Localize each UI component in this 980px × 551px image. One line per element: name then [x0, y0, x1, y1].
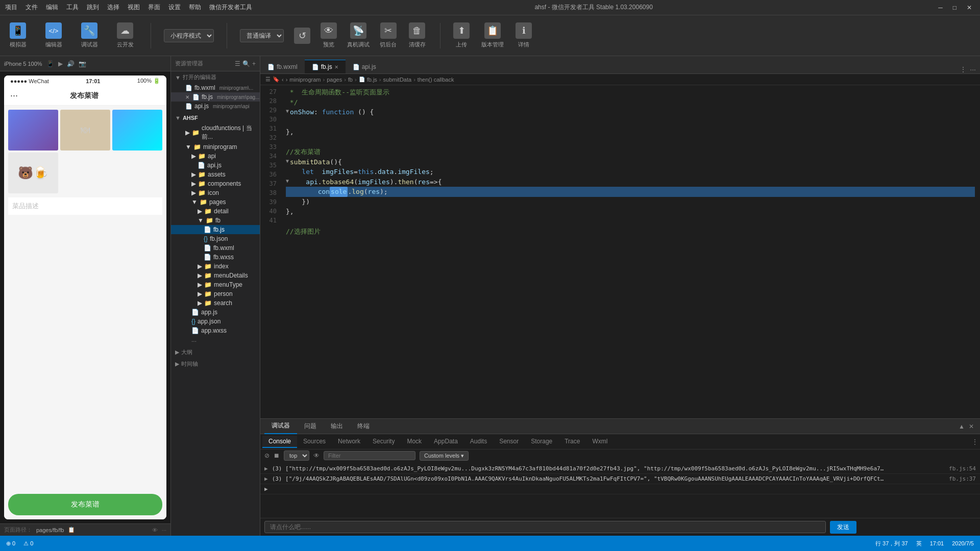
tab-close-fbjs[interactable]: ✕ [334, 64, 338, 70]
editor-tool[interactable]: </> 编辑器 [41, 22, 66, 48]
fold-36[interactable]: ▼ [286, 177, 289, 185]
menu-item[interactable]: 微信开发者工具 [209, 3, 252, 12]
console-tab-security[interactable]: Security [366, 436, 401, 448]
console-tab-trace[interactable]: Trace [558, 436, 586, 448]
file-fbjs-tree[interactable]: 📄 fb.js [171, 225, 260, 234]
preview-tool[interactable]: 👁 预览 [321, 22, 337, 48]
file-apijs-tree[interactable]: 📄 api.js [171, 161, 260, 170]
console-tab-wxml[interactable]: Wxml [586, 436, 614, 448]
simulator-tool[interactable]: 📱 模拟器 [5, 22, 31, 48]
folder-fb[interactable]: ▼ 📁 fb [171, 216, 260, 225]
eye-filter-icon[interactable]: 👁 [313, 452, 320, 459]
file-fbwxml-tree[interactable]: 📄 fb.wxml [171, 243, 260, 253]
menu-item[interactable]: 工具 [66, 3, 79, 12]
folder-miniprogram[interactable]: ▼ 📁 miniprogram [171, 142, 260, 152]
debug-panel-close[interactable]: ✕ [967, 423, 976, 430]
close-x-icon[interactable]: ✕ [185, 94, 189, 100]
no-entry-icon[interactable]: ⊘ [264, 452, 270, 459]
folder-api[interactable]: ▶ 📁 api [171, 152, 260, 161]
folder-person[interactable]: ▶ 📁 person [171, 289, 260, 298]
screenshot-icon[interactable]: 📷 [79, 60, 86, 67]
open-file-apijs[interactable]: 📄 api.js miniprogram\api [171, 102, 260, 111]
version-tool[interactable]: 📋 版本管理 [480, 22, 505, 48]
menu-item[interactable]: 选择 [107, 3, 119, 12]
file-fbjson-tree[interactable]: {} fb.json [171, 234, 260, 243]
file-appjson[interactable]: {} app.json [171, 317, 260, 326]
search-icon[interactable]: 🔍 [242, 60, 250, 67]
project-header[interactable]: ▼ AHSF [171, 113, 260, 123]
code-lines[interactable]: * 生命周期函数--监听页面显示 */ ▼ onShow: function (… [281, 85, 980, 418]
close-btn[interactable]: ✕ [964, 4, 975, 11]
tab-fbwxml[interactable]: 📄 fb.wxml [260, 60, 305, 73]
send-button[interactable]: 发送 [830, 521, 856, 534]
fold-29[interactable]: ▼ [286, 107, 289, 115]
more-editor-icon[interactable]: ··· [970, 65, 976, 73]
console-file-1[interactable]: fb.js:54 [949, 465, 976, 472]
context-select[interactable]: top [284, 450, 309, 461]
outline-header[interactable]: ▶ 大纲 [171, 346, 260, 358]
folder-icon[interactable]: ▶ 📁 icon [171, 188, 260, 197]
cut-tool[interactable]: ✂ 切后台 [380, 22, 397, 48]
mode-select-input[interactable]: 小程序模式 [164, 29, 214, 42]
folder-components[interactable]: ▶ 📁 components [171, 179, 260, 188]
minimize-btn[interactable]: ─ [935, 4, 946, 11]
timeline-header[interactable]: ▶ 时间轴 [171, 358, 260, 370]
nav-forward-icon[interactable]: › [286, 77, 288, 83]
folder-menutype[interactable]: ▶ 📁 menuType [171, 280, 260, 289]
console-tab-audits[interactable]: Audits [464, 436, 493, 448]
menu-item[interactable]: 项目 [5, 3, 17, 12]
console-tab-sensor[interactable]: Sensor [493, 436, 525, 448]
debugger-tool[interactable]: 🔧 调试器 [77, 22, 102, 48]
new-file-icon[interactable]: + [252, 60, 256, 67]
menu-item[interactable]: 界面 [148, 3, 160, 12]
cloud-tool[interactable]: ☁ 云开发 [112, 22, 138, 48]
console-file-2[interactable]: fb.js:37 [949, 475, 976, 482]
publish-button[interactable]: 发布菜谱 [8, 494, 162, 515]
compile-select-input[interactable]: 普通编译 [240, 29, 284, 42]
debug-tab-debugger[interactable]: 调试器 [264, 418, 297, 434]
open-editors-header[interactable]: ▼ 打开的编辑器 [171, 71, 260, 83]
menu-item[interactable]: 帮助 [189, 3, 201, 12]
menu-item[interactable]: 设置 [168, 3, 181, 12]
open-file-fbwxml[interactable]: 📄 fb.wxml miniprogram\... [171, 83, 260, 92]
debug-tab-output[interactable]: 输出 [324, 419, 350, 434]
menu-item[interactable]: 编辑 [46, 3, 58, 12]
debug-tab-terminal[interactable]: 终端 [350, 419, 377, 434]
file-lllwxss[interactable]: ... [171, 335, 260, 344]
expand-arrow-1[interactable]: ▶ [264, 465, 268, 472]
open-file-fbjs[interactable]: ✕ 📄 fb.js miniprogram\pag... [171, 92, 260, 102]
fold-34[interactable]: ▼ [286, 157, 289, 165]
expand-arrow-2[interactable]: ▶ [264, 475, 268, 482]
split-editor-icon[interactable]: ⋮ [960, 65, 967, 73]
refresh-tool[interactable]: ↺ [294, 28, 310, 44]
cache-tool[interactable]: 🗑 清缓存 [407, 22, 427, 48]
folder-assets[interactable]: ▶ 📁 assets [171, 170, 260, 179]
file-fbwxss-tree[interactable]: 📄 fb.wxss [171, 253, 260, 262]
real-machine-tool[interactable]: 📡 真机调试 [347, 22, 370, 48]
mode-selector[interactable]: 小程序模式 [164, 29, 214, 42]
file-appwxss[interactable]: 📄 app.wxss [171, 326, 260, 335]
stop-icon[interactable]: ⏹ [274, 452, 280, 459]
menu-item[interactable]: 视图 [128, 3, 140, 12]
debug-tab-issues[interactable]: 问题 [297, 419, 324, 434]
console-tab-mock[interactable]: Mock [401, 436, 428, 448]
console-input-field[interactable] [264, 521, 826, 533]
debug-panel-collapse[interactable]: ▲ [957, 423, 967, 430]
upload-tool[interactable]: ⬆ 上传 [453, 22, 470, 48]
tab-apijs[interactable]: 📄 api.js [346, 60, 383, 73]
console-tab-storage[interactable]: Storage [525, 436, 558, 448]
compile-selector[interactable]: 普通编译 [240, 29, 284, 42]
console-tab-network[interactable]: Network [332, 436, 366, 448]
folder-detail[interactable]: ▶ 📁 detail [171, 207, 260, 216]
tab-fbjs[interactable]: 📄 fb.js ✕ [305, 60, 346, 73]
nav-back-icon[interactable]: ‹ [282, 77, 284, 83]
menu-item[interactable]: 跳到 [87, 3, 99, 12]
hamburger-icon[interactable]: ☰ [235, 60, 240, 67]
maximize-btn[interactable]: □ [950, 4, 960, 11]
custom-levels-button[interactable]: Custom levels ▾ [420, 451, 469, 461]
file-appjs[interactable]: 📄 app.js [171, 308, 260, 317]
window-controls[interactable]: ─ □ ✕ [935, 4, 975, 11]
folder-index[interactable]: ▶ 📁 index [171, 262, 260, 271]
more-console-icon[interactable]: ⋮ [972, 438, 978, 445]
folder-pages[interactable]: ▼ 📁 pages [171, 197, 260, 207]
